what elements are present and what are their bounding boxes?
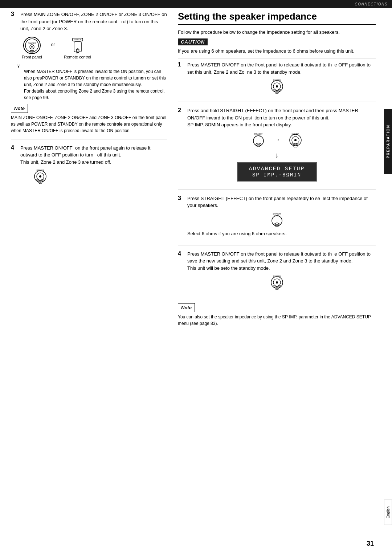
note-box-right: Note You can also set the speaker impeda…: [178, 303, 376, 327]
left-step4-text: Press MASTER ON/OFF on the front panel a…: [20, 144, 167, 166]
right-step3-num: 3: [178, 195, 184, 201]
step4-knob-icon: MASTER ON ◄ OFF: [33, 168, 48, 184]
caution-box: CAUTION: [178, 38, 208, 45]
caution-text: If you are using 6 ohm speakers, set the…: [178, 48, 376, 59]
remote-icon: POWER: [68, 36, 87, 55]
step3-straight-item: STRAIGHT EFFEC: [269, 212, 285, 227]
y-note: y When MASTER ON/OFF is pressed inward t…: [17, 63, 167, 101]
step2-icons-row: STRAIGHT EFFEC → MASTER ON ◄ OFF: [178, 132, 376, 147]
svg-point-31: [294, 145, 297, 147]
display-line1: ADVANCED SETUP: [244, 166, 310, 172]
master-icon-item2: MASTER ON ◄ OFF: [288, 132, 303, 147]
intro-text: Follow the procedure below to change the…: [178, 29, 376, 36]
right-step1-num: 1: [178, 61, 184, 68]
note-label-right: Note: [181, 305, 192, 310]
svg-point-19: [276, 85, 278, 87]
right-step2-block: 2 Press and hold STRAIGHT (EFFECT) on th…: [178, 107, 376, 190]
english-label: English: [386, 506, 390, 518]
step1-icon-row: MASTER ON ◄ OFF: [178, 78, 376, 94]
connections-label: CONNECTIONS: [355, 2, 388, 6]
straight-icon-item: STRAIGHT EFFEC: [251, 132, 266, 147]
right-step1-text: Press MASTER ON/OFF on the front panel t…: [187, 61, 376, 76]
remote-control-label: Remote control: [64, 55, 91, 59]
left-step4-block: 4 Press MASTER ON/OFF on the front panel…: [11, 144, 167, 192]
svg-point-13: [39, 175, 41, 178]
step2-arrow-right: →: [273, 135, 281, 144]
svg-point-15: [38, 182, 42, 184]
step2-arrow-down: ↓: [178, 151, 376, 159]
left-step4-num: 4: [11, 144, 17, 151]
section-title: Setting the speaker impedance: [178, 11, 376, 25]
svg-point-39: [276, 281, 278, 284]
top-bar: CONNECTIONS: [0, 0, 392, 8]
step4-icon-row: MASTER ON ◄ OFF: [11, 168, 167, 184]
right-step4-block: 4 Press MASTER ON/OFF on the front panel…: [178, 250, 376, 298]
svg-point-4: [31, 46, 33, 48]
preparation-tab: PREPARATION: [384, 109, 392, 174]
vertical-divider: [170, 11, 170, 541]
front-panel-label: Front panel: [22, 55, 42, 59]
note-label-left: Note: [14, 106, 25, 111]
right-step3-text: Press STRAIGHT (EFFECT) on the front pan…: [187, 195, 376, 209]
right-step4-num: 4: [178, 250, 184, 257]
or-label: or: [51, 42, 55, 47]
svg-rect-8: [74, 42, 81, 52]
page-number: 31: [367, 540, 374, 547]
right-step2-text: Press and hold STRAIGHT (EFFECT) on the …: [187, 107, 376, 129]
step4-master-icon: MASTER ON ◄ OFF: [269, 274, 285, 290]
master-onoff-icon2: MASTER ON ◄ OFF: [288, 132, 303, 147]
step4-knob-item: MASTER ON ◄ OFF: [33, 168, 48, 184]
right-step1-block: 1 Press MASTER ON/OFF on the front panel…: [178, 61, 376, 102]
remote-control-item: POWER Remote control: [64, 36, 91, 59]
front-panel-icon: ON/OFF: [23, 36, 41, 55]
note-text-right: You can also set the speaker impedance b…: [178, 314, 376, 327]
right-step3-block: 3 Press STRAIGHT (EFFECT) on the front p…: [178, 195, 376, 245]
step3-icon-row: STRAIGHT EFFEC: [178, 212, 376, 227]
straight-effect-icon: STRAIGHT EFFEC: [251, 132, 266, 147]
step3-straight-icon: STRAIGHT EFFEC: [269, 212, 285, 227]
note-text-left: MAIN ZONE ON/OFF, ZONE 2 ON/OFF and ZONE…: [11, 114, 167, 134]
y-note-text: When MASTER ON/OFF is pressed inward to …: [24, 68, 167, 101]
front-panel-item: ON/OFF Front panel: [22, 36, 42, 59]
step3-subtext: Select 6 ohms if you are using 6 ohm spe…: [187, 230, 376, 238]
svg-text:ON/OFF: ON/OFF: [28, 42, 36, 44]
english-tab: English: [384, 500, 392, 525]
left-step3-num: 3: [11, 11, 17, 17]
svg-point-41: [275, 288, 279, 290]
svg-point-29: [294, 139, 297, 141]
svg-text:POWER: POWER: [74, 38, 81, 41]
step1-master-icon: MASTER ON ◄ OFF: [269, 78, 285, 94]
right-column: Setting the speaker impedance Follow the…: [178, 11, 376, 327]
display-line2: SP IMP.-8ΩMIN: [244, 172, 310, 178]
preparation-label: PREPARATION: [386, 125, 390, 158]
step4-icon-row-right: MASTER ON ◄ OFF: [178, 274, 376, 290]
device-icons-row: ON/OFF Front panel or POWER: [11, 36, 167, 59]
step4-master-item: MASTER ON ◄ OFF: [269, 274, 285, 290]
display-box: ADVANCED SETUP SP IMP.-8ΩMIN: [237, 162, 317, 182]
caution-label: CAUTION: [181, 39, 205, 45]
right-step2-num: 2: [178, 107, 184, 114]
left-column: 3 Press MAIN ZONE ON/OFF, ZONE 2 ON/OFF …: [11, 11, 167, 197]
left-step3-block: 3 Press MAIN ZONE ON/OFF, ZONE 2 ON/OFF …: [11, 11, 167, 139]
svg-point-21: [275, 91, 279, 94]
step2-subtext: SP IMP. 8ΩMIN appears in the front panel…: [187, 122, 292, 127]
note-box-left: Note: [11, 104, 28, 113]
step1-knob-item: MASTER ON ◄ OFF: [269, 78, 285, 94]
note-label-box-right: Note: [178, 303, 195, 312]
right-step4-text: Press MASTER ON/OFF on the front panel t…: [187, 250, 376, 272]
left-step3-text: Press MAIN ZONE ON/OFF, ZONE 2 ON/OFF or…: [20, 11, 167, 32]
svg-point-0: [24, 37, 40, 54]
